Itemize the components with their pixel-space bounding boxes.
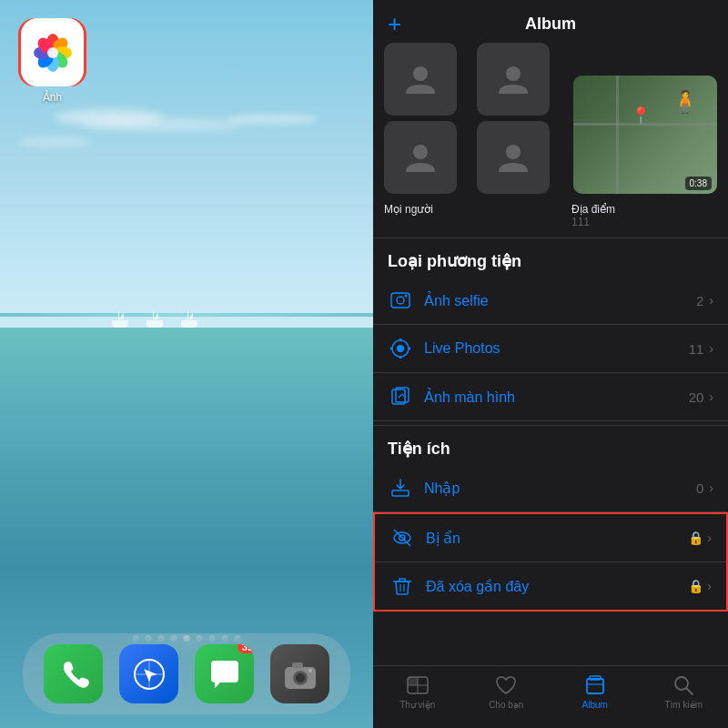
photos-app-icon[interactable] xyxy=(18,18,86,86)
album-tab-icon xyxy=(583,673,607,697)
dock-safari[interactable] xyxy=(119,644,178,703)
svg-line-52 xyxy=(687,689,693,695)
deleted-icon xyxy=(389,573,415,599)
import-label: Nhập xyxy=(424,480,696,497)
selfie-label: Ảnh selfie xyxy=(424,292,696,309)
for-you-tab-label: Cho bạn xyxy=(489,700,523,710)
import-svg xyxy=(390,478,410,498)
live-photos-svg xyxy=(390,339,410,359)
photos-flower-svg xyxy=(30,30,76,76)
svg-rect-49 xyxy=(590,676,601,680)
deleted-chevron: › xyxy=(707,579,712,593)
svg-point-22 xyxy=(506,66,521,81)
boat-1 xyxy=(112,320,128,328)
dia-diem-count: 111 xyxy=(571,216,590,228)
live-photos-label: Live Photos xyxy=(424,340,689,357)
svg-point-20 xyxy=(413,66,428,81)
screenshot-count: 20 xyxy=(689,389,704,405)
add-album-button[interactable]: + xyxy=(388,10,401,38)
people-albums-grid xyxy=(384,43,564,194)
album-header: + Album xyxy=(373,0,728,43)
live-photos-count: 11 xyxy=(689,341,704,357)
media-type-section-title: Loại phương tiện xyxy=(373,242,728,277)
album-thumb-3[interactable] xyxy=(384,121,457,194)
hidden-svg xyxy=(392,528,412,548)
screenshot-icon xyxy=(388,384,413,410)
screenshot-label: Ảnh màn hình xyxy=(424,389,689,406)
svg-point-29 xyxy=(405,295,408,298)
hidden-lock-icon: 🔒 xyxy=(688,531,703,545)
screenshot-svg xyxy=(390,387,410,407)
album-screen: + Album xyxy=(373,0,728,728)
tab-bar: Thư viện Cho bạn Album Tìm kiếm xyxy=(373,665,728,728)
dock-camera[interactable] xyxy=(270,644,329,703)
person-placeholder-icon-3 xyxy=(402,139,439,176)
album-thumb-2[interactable] xyxy=(477,43,550,116)
screenshot-chevron: › xyxy=(709,389,713,404)
svg-rect-38 xyxy=(392,490,409,496)
section-divider-2 xyxy=(373,425,728,426)
tab-for-you[interactable]: Cho bạn xyxy=(462,673,551,710)
tab-album[interactable]: Album xyxy=(551,673,640,710)
boat-3 xyxy=(181,320,197,328)
svg-point-31 xyxy=(397,345,404,352)
location-album[interactable]: 📍 🧍 0:38 xyxy=(573,76,717,194)
live-photos-item[interactable]: Live Photos 11 › xyxy=(373,325,728,373)
boat-2 xyxy=(147,320,163,328)
dock-messages[interactable]: 39 xyxy=(195,644,254,703)
safari-icon xyxy=(131,656,167,693)
dock-phone[interactable] xyxy=(44,644,103,703)
horizon-line xyxy=(0,313,373,317)
tab-library[interactable]: Thư viện xyxy=(373,673,462,710)
boats-area xyxy=(112,320,197,328)
messages-icon xyxy=(207,657,242,692)
person-figure: 🧍 xyxy=(672,89,699,115)
live-photos-chevron: › xyxy=(709,341,713,356)
import-icon xyxy=(388,475,413,500)
dock: 39 xyxy=(23,633,350,714)
screenshot-item[interactable]: Ảnh màn hình 20 › xyxy=(373,373,728,421)
photos-icon-background xyxy=(21,18,84,86)
svg-point-8 xyxy=(47,47,58,58)
hidden-item[interactable]: Bị ẩn 🔒 › xyxy=(375,514,726,562)
location-album-thumb: 📍 🧍 0:38 xyxy=(573,76,717,194)
moi-nguoi-label: Mọi người xyxy=(384,203,562,216)
library-tab-label: Thư viện xyxy=(399,700,435,710)
svg-point-24 xyxy=(413,145,428,159)
import-chevron: › xyxy=(709,480,713,495)
recently-deleted-item[interactable]: Đã xóa gần đây 🔒 › xyxy=(375,562,726,610)
person-placeholder-icon xyxy=(402,61,439,97)
highlighted-group: Bị ẩn 🔒 › Đã xóa gần đây 🔒 › xyxy=(373,512,728,612)
person-placeholder-icon-2 xyxy=(495,61,531,97)
album-tab-label: Album xyxy=(582,700,608,710)
album-thumbnails-area: 📍 🧍 0:38 xyxy=(373,43,728,203)
people-label-area: Mọi người xyxy=(384,203,562,228)
album-thumb-1[interactable] xyxy=(384,43,457,116)
svg-point-28 xyxy=(397,297,404,304)
svg-marker-12 xyxy=(140,665,157,682)
svg-point-16 xyxy=(296,673,305,682)
photos-app-label: Ảnh xyxy=(43,91,62,104)
svg-rect-45 xyxy=(408,677,418,685)
hidden-label: Bị ẩn xyxy=(426,530,688,547)
live-photos-icon xyxy=(388,336,413,361)
home-app-icons: Ảnh xyxy=(18,18,86,104)
section-divider-1 xyxy=(373,238,728,238)
selfie-svg xyxy=(390,290,410,310)
deleted-lock-icon: 🔒 xyxy=(688,579,703,593)
svg-point-26 xyxy=(506,145,521,159)
phone-icon xyxy=(57,658,90,691)
home-screen: Ảnh xyxy=(0,0,373,728)
search-tab-label: Tìm kiếm xyxy=(664,700,703,710)
import-item[interactable]: Nhập 0 › xyxy=(373,464,728,512)
selfie-item[interactable]: Ảnh selfie 2 › xyxy=(373,277,728,325)
import-count: 0 xyxy=(696,480,703,496)
location-label-area: Địa điểm 111 xyxy=(562,203,717,228)
album-thumb-4[interactable] xyxy=(477,121,550,194)
photos-app[interactable]: Ảnh xyxy=(18,18,86,104)
utilities-section-title: Tiện ích xyxy=(373,430,728,464)
svg-rect-48 xyxy=(587,679,603,693)
hidden-icon xyxy=(389,525,415,551)
tab-search[interactable]: Tìm kiếm xyxy=(640,673,729,710)
selfie-icon xyxy=(388,288,413,313)
